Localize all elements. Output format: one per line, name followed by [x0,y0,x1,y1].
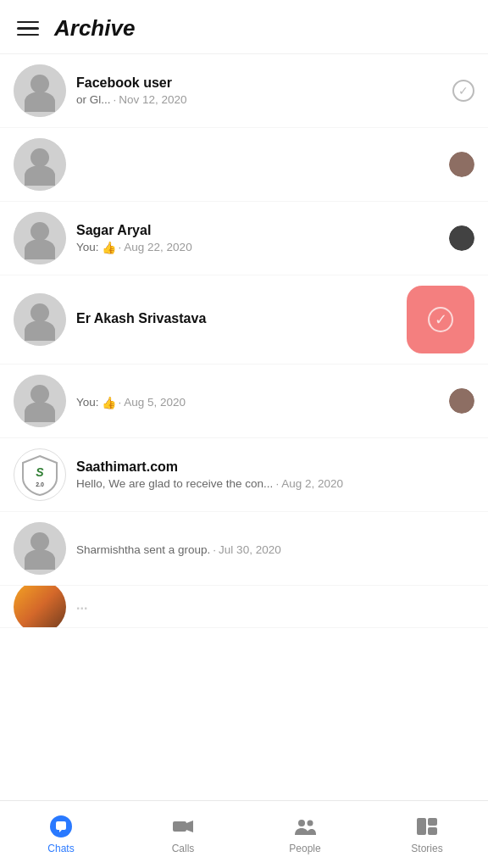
svg-rect-9 [428,827,437,835]
list-item[interactable]: Sagar Aryal You: 👍 · Aug 22, 2020 [0,202,488,275]
nav-label-people: People [289,843,320,854]
menu-button[interactable] [17,21,39,36]
chat-content: Sharmishtha sent a group. · Jul 30, 2020 [66,541,474,556]
page-title: Archive [54,15,135,42]
svg-text:2.0: 2.0 [36,481,44,487]
chat-content: ... [66,598,474,615]
mini-avatar [449,225,474,251]
saathi-logo-icon: S 2.0 [18,453,62,497]
chat-content: Saathimart.com Hello, We are glad to rec… [66,459,474,490]
calls-icon [171,815,195,838]
thumbs-up-icon: 👍 [102,396,116,409]
list-item[interactable]: Sharmishtha sent a group. · Jul 30, 2020 [0,512,488,586]
chat-preview: or Gl... · Nov 12, 2020 [76,93,442,106]
nav-item-calls[interactable]: Calls [122,808,244,861]
chat-name: Sagar Aryal [76,223,439,238]
avatar [14,522,66,575]
chat-meta [449,225,474,251]
nav-item-people[interactable]: People [244,808,366,861]
chat-meta [449,152,474,177]
list-item[interactable]: ... [0,586,488,628]
mini-avatar [449,388,474,414]
avatar [14,212,66,264]
header: Archive [0,0,488,54]
chat-preview: You: 👍 · Aug 5, 2020 [76,396,439,409]
swipe-check-icon: ✓ [428,307,453,332]
svg-rect-8 [428,818,437,826]
chat-name: Er Akash Srivastava [76,311,396,326]
chat-preview: Sharmishtha sent a group. · Jul 30, 2020 [76,543,464,556]
chat-content [66,164,449,166]
list-item[interactable]: You: 👍 · Aug 5, 2020 [0,364,488,438]
list-item[interactable]: Facebook user or Gl... · Nov 12, 2020 ✓ [0,54,488,128]
avatar [14,293,66,346]
svg-text:S: S [36,465,44,479]
chat-content: Sagar Aryal You: 👍 · Aug 22, 2020 [66,223,449,254]
list-item[interactable]: S 2.0 Saathimart.com Hello, We are glad … [0,438,488,512]
chat-content: Facebook user or Gl... · Nov 12, 2020 [66,75,452,106]
thumbs-up-icon: 👍 [102,241,116,254]
people-icon [293,815,317,838]
svg-rect-7 [417,818,426,835]
chats-icon [49,815,73,838]
stories-icon [415,815,439,838]
avatar [14,586,66,628]
chat-content: Er Akash Srivastava [66,311,407,329]
svg-marker-4 [186,821,193,832]
nav-item-chats[interactable]: Chats [0,808,122,861]
list-item[interactable] [0,128,488,202]
svg-rect-3 [173,821,186,832]
svg-point-6 [308,821,313,826]
avatar [14,64,66,117]
chat-list: Facebook user or Gl... · Nov 12, 2020 ✓ [0,54,488,795]
chat-meta [449,388,474,414]
bottom-navigation: Chats Calls People Stories [0,800,488,868]
svg-point-5 [298,820,305,826]
nav-item-stories[interactable]: Stories [366,808,488,861]
read-check-icon: ✓ [452,80,474,102]
swipe-action-button[interactable]: ✓ [407,286,474,353]
avatar [14,375,66,427]
chat-name: ... [76,598,464,613]
chat-preview: Hello, We are glad to receive the con...… [76,477,464,490]
chat-name: Saathimart.com [76,459,464,475]
mini-avatar [449,152,474,177]
list-item[interactable]: Er Akash Srivastava ✓ [0,275,488,364]
chat-content: You: 👍 · Aug 5, 2020 [66,393,449,409]
nav-label-stories: Stories [411,843,442,854]
chat-name: Facebook user [76,75,442,91]
chat-meta: ✓ [452,80,474,102]
chat-preview: You: 👍 · Aug 22, 2020 [76,241,439,254]
avatar: S 2.0 [14,448,66,501]
nav-label-chats: Chats [47,843,74,854]
avatar [14,138,66,191]
nav-label-calls: Calls [172,843,195,854]
